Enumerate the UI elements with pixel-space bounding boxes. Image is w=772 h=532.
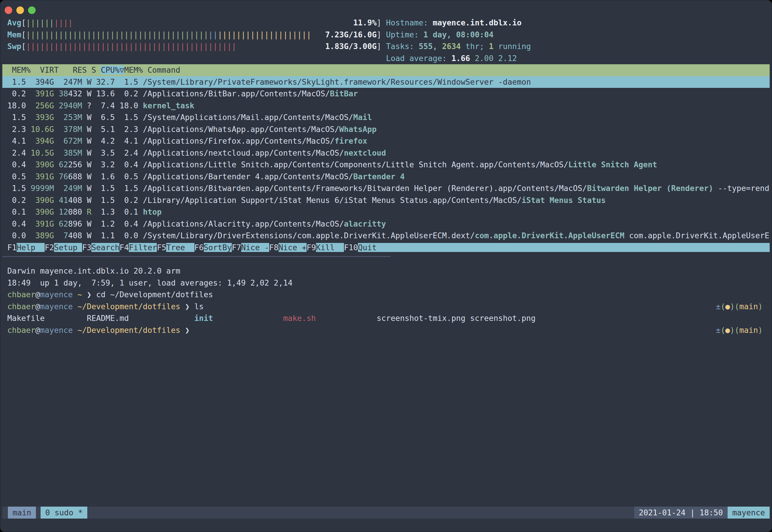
fkey-number: F10 bbox=[344, 243, 358, 252]
shell-line: chbaer@mayence ~/Development/dotfiles ❯ … bbox=[2, 301, 770, 313]
meter-line-avg: Avg[|||||||||| 11.9%] Hostname: mayence.… bbox=[2, 17, 770, 29]
meter-label: Swp bbox=[7, 42, 21, 51]
screenshot-stage: Avg[|||||||||| 11.9%] Hostname: mayence.… bbox=[0, 0, 772, 532]
fkey-help[interactable]: Help bbox=[17, 243, 45, 252]
tmux-pane-divider[interactable] bbox=[2, 256, 391, 257]
fkey-number: F9 bbox=[307, 243, 316, 252]
fkey-nice-[interactable]: Nice + bbox=[279, 243, 307, 252]
fkey-search[interactable]: Search bbox=[91, 243, 119, 252]
tmux-status-bar: main 0 sudo * 2021-01-24 | 18:50 mayence bbox=[2, 507, 770, 519]
tmux-window-tab[interactable]: 0 sudo * bbox=[41, 507, 87, 519]
process-row[interactable]: 1.5 394G 247M W 32.7 1.5 /System/Library… bbox=[2, 76, 770, 88]
meter-bars: ||||||||||||||||||||||||||||||||||||||||… bbox=[26, 42, 237, 51]
process-row[interactable]: 4.1 394G 672M W 4.2 4.1 /Applications/Fi… bbox=[2, 135, 770, 147]
fkey-number: F4 bbox=[119, 243, 129, 252]
fkey-setup[interactable]: Setup bbox=[54, 243, 82, 252]
fkey-number: F7 bbox=[232, 243, 241, 252]
meter-label: Avg bbox=[7, 18, 21, 27]
meter-value: 7.23G/16.0G bbox=[325, 30, 377, 39]
shell-line: chbaer@mayence ~/Development/dotfiles ❯±… bbox=[2, 324, 770, 336]
shell-pane: Darwin mayence.int.dblx.io 20.2.0 arm18:… bbox=[2, 265, 770, 336]
fkey-nice-[interactable]: Nice - bbox=[241, 243, 269, 252]
meter-label: Mem bbox=[7, 30, 21, 39]
meter-value: 11.9% bbox=[353, 18, 377, 27]
minimize-button[interactable] bbox=[16, 6, 24, 14]
meter-value: 1.83G/3.00G bbox=[325, 42, 377, 51]
close-button[interactable] bbox=[5, 6, 12, 14]
fkey-sortby[interactable]: SortBy bbox=[204, 243, 232, 252]
process-row[interactable]: 0.5 391G 76688 W 1.6 0.5 /Applications/B… bbox=[2, 171, 770, 183]
process-row[interactable]: 0.2 390G 41408 W 1.5 0.2 /Library/Applic… bbox=[2, 194, 770, 206]
status-hostname-badge: mayence bbox=[728, 507, 770, 519]
meter-bars: || bbox=[208, 30, 218, 39]
fkey-bar: F1Help F2Setup F3SearchF4FilterF5Tree F6… bbox=[2, 242, 770, 254]
fkey-number: F1 bbox=[7, 243, 17, 252]
tmux-session-badge[interactable]: main bbox=[8, 507, 36, 519]
process-row[interactable]: 0.0 389G 7408 W 1.1 0.0 /System/Library/… bbox=[2, 230, 770, 242]
process-row[interactable]: 0.2 391G 38432 W 13.6 0.2 /Applications/… bbox=[2, 88, 770, 100]
process-row[interactable]: 0.4 391G 62896 W 1.2 0.4 /Applications/A… bbox=[2, 218, 770, 230]
status-datetime: 2021-01-24 | 18:50 bbox=[634, 507, 728, 519]
process-row[interactable]: 2.4 10.5G 385M W 3.5 2.4 /Applications/n… bbox=[2, 147, 770, 159]
meter-line-swp: Swp[||||||||||||||||||||||||||||||||||||… bbox=[2, 41, 770, 53]
meter-bars: |||||||||||||||||||| bbox=[218, 30, 311, 39]
git-status-right-prompt: ±(●)(main) bbox=[716, 324, 763, 336]
zoom-button[interactable] bbox=[28, 6, 36, 14]
process-row[interactable]: 0.4 390G 62256 W 3.2 0.4 /Applications/L… bbox=[2, 159, 770, 171]
fkey-number: F5 bbox=[157, 243, 166, 252]
fkey-kill[interactable]: Kill bbox=[316, 243, 344, 252]
fkey-number: F2 bbox=[45, 243, 54, 252]
meter-bars: ||||||||||||||||||||||||||||||||||||||| bbox=[26, 30, 208, 39]
fkey-quit[interactable]: Quit bbox=[358, 243, 770, 252]
meter-line-mem: Mem[||||||||||||||||||||||||||||||||||||… bbox=[2, 29, 770, 41]
process-row[interactable]: 18.0 256G 2940M ? 7.4 18.0 kernel_task bbox=[2, 100, 770, 112]
shell-line: chbaer@mayence ~ ❯ cd ~/Development/dotf… bbox=[2, 289, 770, 301]
shell-line: Darwin mayence.int.dblx.io 20.2.0 arm bbox=[2, 265, 770, 277]
terminal-window: Avg[|||||||||| 11.9%] Hostname: mayence.… bbox=[0, 0, 772, 532]
process-row[interactable]: 0.1 390G 12080 R 1.3 0.1 htop bbox=[2, 206, 770, 218]
htop-pane: Avg[|||||||||| 11.9%] Hostname: mayence.… bbox=[2, 17, 770, 253]
shell-line: 18:49 up 1 day, 7:59, 1 user, load avera… bbox=[2, 277, 770, 289]
fkey-number: F6 bbox=[194, 243, 204, 252]
meter-bars: |||||| bbox=[26, 18, 54, 27]
process-row[interactable]: 2.3 10.6G 378M W 5.1 2.3 /Applications/W… bbox=[2, 124, 770, 135]
fkey-number: F3 bbox=[82, 243, 91, 252]
load-average-line: Load average: 1.66 2.00 2.12 bbox=[2, 53, 770, 65]
fkey-filter[interactable]: Filter bbox=[129, 243, 157, 252]
git-status-right-prompt: ±(●)(main) bbox=[716, 301, 763, 313]
fkey-tree[interactable]: Tree bbox=[166, 243, 194, 252]
meter-bars: |||| bbox=[54, 18, 73, 27]
process-row[interactable]: 1.5 393G 253M W 6.5 1.5 /System/Applicat… bbox=[2, 112, 770, 124]
shell-line: Makefile README.md init make.sh screensh… bbox=[2, 312, 770, 324]
htop-table-header[interactable]: MEM% VIRT RES S CPU%▽MEM% Command bbox=[2, 64, 770, 76]
process-row[interactable]: 1.5 9999M 249M W 1.5 1.5 /Applications/B… bbox=[2, 182, 770, 194]
fkey-number: F8 bbox=[269, 243, 279, 252]
